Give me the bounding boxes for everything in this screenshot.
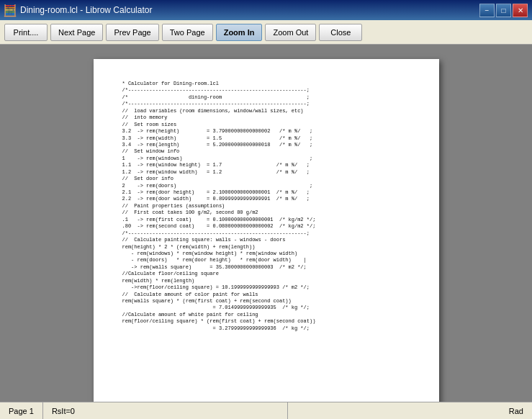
code-line: //Calculate amount of white paint for ce… bbox=[122, 312, 410, 318]
code-line: 1.2 -> rem(window width) = 1.2 /* m %/ ; bbox=[122, 169, 410, 176]
title-bar: 🧮 Dining-room.lcl - Librow Calculator − … bbox=[0, 0, 532, 20]
minimize-button[interactable]: − bbox=[479, 4, 495, 17]
code-line: 2 -> rem(doors) ; bbox=[122, 183, 410, 189]
code-line: 2.1 -> rem(door height) = 2.100000000000… bbox=[122, 189, 410, 196]
code-line: /* dining-room ; bbox=[122, 94, 410, 101]
prev-page-button[interactable]: Prev Page bbox=[106, 24, 158, 41]
status-result: RsIt=0 bbox=[43, 402, 288, 419]
code-line: rem(height) * 2 * (rem(width) + rem(leng… bbox=[122, 244, 410, 251]
code-line: 1.1 -> rem(window height) = 1.7 /* m %/ … bbox=[122, 162, 410, 168]
code-line: rem(floor/ceiling square) * (rem(first c… bbox=[122, 318, 410, 325]
title-bar-left: 🧮 Dining-room.lcl - Librow Calculator bbox=[4, 4, 152, 16]
zoom-in-button[interactable]: Zoom In bbox=[216, 24, 263, 41]
code-line: = 7.01499999999999935 /* kg */; bbox=[122, 305, 410, 311]
print-button[interactable]: Print.... bbox=[4, 24, 48, 41]
code-line: rem(walls square) * (rem(first coat) + r… bbox=[122, 298, 410, 305]
paper: * Calculator for Dining-room.lcl/*------… bbox=[94, 59, 439, 402]
code-line: // Set door info bbox=[122, 176, 410, 182]
code-line: // Calculate amount of color paint for w… bbox=[122, 292, 410, 298]
code-line: .1 -> rem(first coat) = 0.10000000000000… bbox=[122, 217, 410, 223]
code-line: //Calculate floor/ceiling square bbox=[122, 271, 410, 277]
code-line: /*--------------------------------------… bbox=[122, 87, 410, 94]
code-line: 3.3 -> rem(width) = 1.5 /* m %/ ; bbox=[122, 135, 410, 142]
code-line: // Set window info bbox=[122, 148, 410, 155]
next-page-button[interactable]: Next Page bbox=[50, 24, 103, 41]
code-line: rem(width) * rem(length) bbox=[122, 278, 410, 284]
code-line: /*--------------------------------------… bbox=[122, 101, 410, 107]
window-title: Dining-room.lcl - Librow Calculator bbox=[20, 5, 152, 15]
code-line: .80 -> rem(second coat) = 0.080000000000… bbox=[122, 223, 410, 230]
code-line: 2.2 -> rem(door width) = 0.8999999999999… bbox=[122, 196, 410, 202]
app-icon: 🧮 bbox=[4, 4, 16, 16]
code-line: - rem(windows) * rem(window height) * re… bbox=[122, 251, 410, 257]
code-line: // load variables (room dimensions, wind… bbox=[122, 108, 410, 114]
status-bar: Page 1 RsIt=0 Rad bbox=[0, 402, 532, 419]
maximize-button[interactable]: □ bbox=[496, 4, 511, 17]
code-line: // Set room sizes bbox=[122, 122, 410, 128]
code-line: ->rem(floor/ceiling square) = 10.1999999… bbox=[122, 284, 410, 291]
status-page: Page 1 bbox=[0, 402, 43, 419]
code-line: = 3.27999999999999936 /* kg */; bbox=[122, 325, 410, 332]
code-line: // Paint properties (assumptions) bbox=[122, 203, 410, 210]
code-line: 3.2 -> rem(height) = 3.79000000000000002… bbox=[122, 128, 410, 135]
two-page-button[interactable]: Two Page bbox=[162, 24, 213, 41]
code-line: /*--------------------------------------… bbox=[122, 230, 410, 237]
code-line: 3.4 -> rem(length) = 5.20000000000000018… bbox=[122, 142, 410, 148]
code-line: * Calculator for Dining-room.lcl bbox=[122, 81, 410, 87]
title-bar-buttons: − □ ✕ bbox=[479, 4, 528, 17]
code-line: 1 -> rem(windows) ; bbox=[122, 156, 410, 162]
main-area: * Calculator for Dining-room.lcl/*------… bbox=[0, 45, 532, 402]
toolbar: Print....Next PagePrev PageTwo PageZoom … bbox=[0, 20, 532, 45]
window-close-button[interactable]: ✕ bbox=[513, 4, 528, 17]
code-content: * Calculator for Dining-room.lcl/*------… bbox=[122, 81, 410, 332]
code-line: -> rem(walls square) = 35.30000000000000… bbox=[122, 264, 410, 271]
code-line: // into memory bbox=[122, 114, 410, 121]
close-button[interactable]: Close bbox=[319, 24, 362, 41]
code-line: // First coat takes 100 g/m2, second 80 … bbox=[122, 210, 410, 216]
status-mode: Rad bbox=[288, 402, 532, 419]
code-line: - rem(doors) * rem(door height) * rem(do… bbox=[122, 257, 410, 263]
code-line: // Calculate painting square: walls - wi… bbox=[122, 237, 410, 243]
zoom-out-button[interactable]: Zoom Out bbox=[265, 24, 316, 41]
